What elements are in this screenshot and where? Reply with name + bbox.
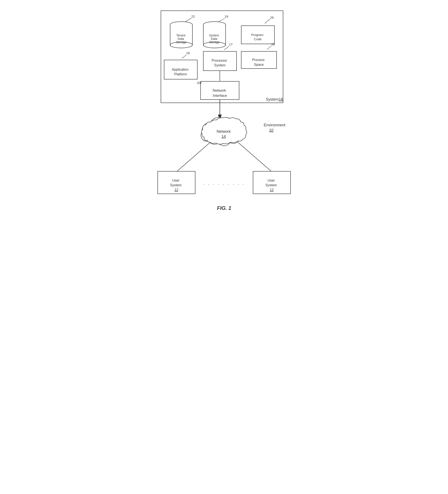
cloud-network-ref-text: 14 (221, 134, 226, 138)
program-code-ref: 26 (270, 16, 274, 19)
cloud-network-label: Network (216, 129, 231, 134)
fig-label: FIG. 1 (217, 205, 231, 211)
page-container: System16 Tenant Data Storage 22 (144, 4, 305, 250)
main-diagram-svg: System16 Tenant Data Storage 22 (144, 4, 305, 250)
system-storage-ref-line (219, 18, 225, 21)
dots-separator: · · · · · · · · · (203, 182, 245, 186)
app-platform-ref-line (182, 55, 186, 58)
processor-system-ref: 17 (229, 42, 233, 46)
process-space-ref: 28 (271, 42, 275, 46)
tenant-storage-ref: 22 (191, 14, 195, 18)
diagram-container: System16 Tenant Data Storage 22 (144, 4, 305, 250)
environment-label: Environment (264, 123, 285, 127)
program-code-ref-line (265, 19, 270, 24)
process-space-ref-line (267, 46, 271, 50)
system-storage-ref: 24 (225, 14, 228, 18)
tenant-storage-ref-line (186, 18, 191, 21)
network-interface-ref: 20 (197, 81, 201, 85)
environment-ref: 10 (269, 128, 273, 132)
system-label: System16 (266, 97, 283, 101)
cloud-to-left-user-line (177, 142, 210, 171)
processor-system-ref-line (224, 46, 229, 50)
app-platform-ref: 18 (186, 51, 190, 55)
cloud-to-right-user-line (238, 142, 271, 171)
